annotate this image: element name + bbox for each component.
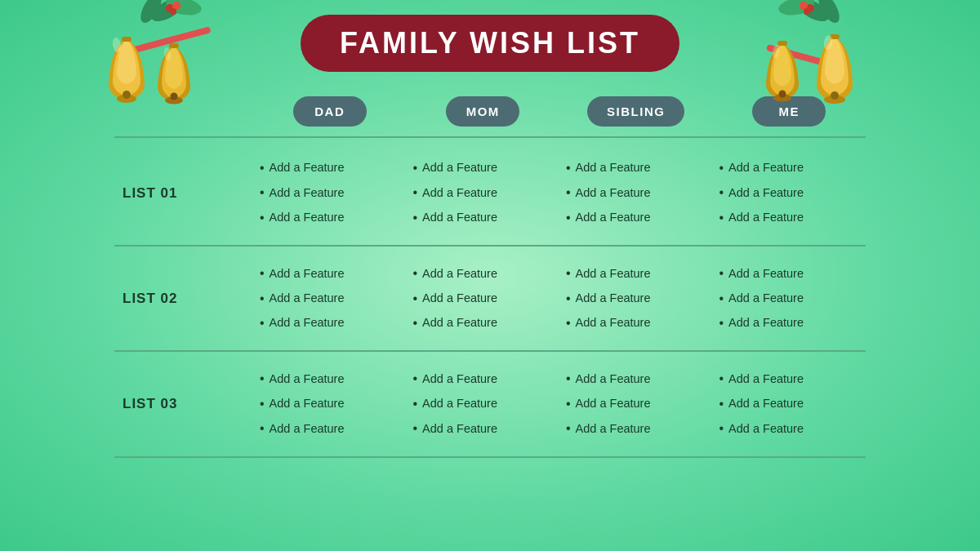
row-cell-3-dad: Add a Feature Add a Feature Add a Featur… xyxy=(253,367,407,441)
title-badge: FAMILY WISH LIST xyxy=(301,15,679,72)
list-item[interactable]: Add a Feature xyxy=(719,367,860,391)
list-item[interactable]: Add a Feature xyxy=(719,180,860,205)
list-item[interactable]: Add a Feature xyxy=(566,311,706,335)
list-item[interactable]: Add a Feature xyxy=(566,416,706,441)
row-label-2: LIST 02 xyxy=(114,291,253,307)
row-cell-3-me: Add a Feature Add a Feature Add a Featur… xyxy=(713,367,866,441)
page-container: FAMILY WISH LIST xyxy=(0,0,980,551)
svg-point-13 xyxy=(171,93,178,100)
svg-point-22 xyxy=(804,8,810,15)
list-item[interactable]: Add a Feature xyxy=(566,206,706,230)
col-header-pill-dad: DAD xyxy=(293,96,367,127)
list-item[interactable]: Add a Feature xyxy=(566,367,706,391)
list-item[interactable]: Add a Feature xyxy=(413,287,554,311)
feature-list: Add a Feature Add a Feature Add a Featur… xyxy=(719,367,860,441)
svg-point-26 xyxy=(779,91,786,98)
header-divider xyxy=(114,136,866,138)
svg-rect-24 xyxy=(777,41,787,46)
row-cell-2-mom: Add a Feature Add a Feature Add a Featur… xyxy=(407,261,560,335)
list-item[interactable]: Add a Feature xyxy=(566,287,706,311)
list-item[interactable]: Add a Feature xyxy=(260,367,400,391)
list-item[interactable]: Add a Feature xyxy=(413,416,554,441)
list-item[interactable]: Add a Feature xyxy=(566,392,706,416)
svg-point-29 xyxy=(831,91,839,100)
feature-list: Add a Feature Add a Feature Add a Featur… xyxy=(260,261,400,335)
col-header-mom: MOM xyxy=(407,96,560,127)
list-item[interactable]: Add a Feature xyxy=(719,311,860,335)
list-item[interactable]: Add a Feature xyxy=(260,287,400,311)
feature-list: Add a Feature Add a Feature Add a Featur… xyxy=(566,367,706,441)
feature-list: Add a Feature Add a Feature Add a Featur… xyxy=(566,261,706,335)
list-item[interactable]: Add a Feature xyxy=(260,416,400,441)
row-cell-1-dad: Add a Feature Add a Feature Add a Featur… xyxy=(253,156,407,230)
list-item[interactable]: Add a Feature xyxy=(260,311,400,335)
list-item[interactable]: Add a Feature xyxy=(719,392,860,416)
page-title: FAMILY WISH LIST xyxy=(340,26,640,60)
list-item[interactable]: Add a Feature xyxy=(719,261,860,286)
col-header-dad: DAD xyxy=(253,96,407,127)
row-cell-2-sibling: Add a Feature Add a Feature Add a Featur… xyxy=(559,261,713,335)
table-row: LIST 03 Add a Feature Add a Feature Add … xyxy=(114,352,866,457)
row-cell-2-me: Add a Feature Add a Feature Add a Featur… xyxy=(713,261,866,335)
table-row: LIST 02 Add a Feature Add a Feature Add … xyxy=(114,247,866,352)
list-item[interactable]: Add a Feature xyxy=(260,261,400,286)
row-cell-1-sibling: Add a Feature Add a Feature Add a Featur… xyxy=(559,156,713,230)
feature-list: Add a Feature Add a Feature Add a Featur… xyxy=(260,367,400,441)
list-item[interactable]: Add a Feature xyxy=(413,367,554,391)
list-item[interactable]: Add a Feature xyxy=(260,392,400,416)
list-item[interactable]: Add a Feature xyxy=(413,180,554,205)
list-item[interactable]: Add a Feature xyxy=(413,261,554,286)
list-item[interactable]: Add a Feature xyxy=(260,206,400,230)
list-item[interactable]: Add a Feature xyxy=(566,180,706,205)
feature-list: Add a Feature Add a Feature Add a Featur… xyxy=(566,156,706,230)
row-cell-3-sibling: Add a Feature Add a Feature Add a Featur… xyxy=(559,367,713,441)
col-header-sibling: SIBLING xyxy=(559,96,713,127)
svg-point-10 xyxy=(122,91,131,99)
feature-list: Add a Feature Add a Feature Add a Featur… xyxy=(413,261,554,335)
feature-list: Add a Feature Add a Feature Add a Featur… xyxy=(413,156,554,230)
list-item[interactable]: Add a Feature xyxy=(566,261,706,286)
list-item[interactable]: Add a Feature xyxy=(413,206,554,230)
row-label-3: LIST 03 xyxy=(114,396,253,412)
list-item[interactable]: Add a Feature xyxy=(566,156,706,180)
row-cell-1-mom: Add a Feature Add a Feature Add a Featur… xyxy=(407,156,560,230)
col-header-pill-mom: MOM xyxy=(446,96,519,127)
list-item[interactable]: Add a Feature xyxy=(413,156,554,180)
table-row: LIST 01 Add a Feature Add a Feature Add … xyxy=(114,141,866,247)
svg-rect-11 xyxy=(169,43,179,48)
row-label-1: LIST 01 xyxy=(114,185,253,202)
table-wrapper: DAD MOM SIBLING ME LIST 01 xyxy=(114,96,866,458)
list-item[interactable]: Add a Feature xyxy=(260,156,400,180)
list-item[interactable]: Add a Feature xyxy=(413,311,554,335)
svg-point-6 xyxy=(170,8,176,15)
row-cell-3-mom: Add a Feature Add a Feature Add a Featur… xyxy=(407,367,560,441)
row-cell-2-dad: Add a Feature Add a Feature Add a Featur… xyxy=(253,261,407,335)
feature-list: Add a Feature Add a Feature Add a Featur… xyxy=(413,367,554,441)
list-item[interactable]: Add a Feature xyxy=(719,206,860,230)
row-cell-1-me: Add a Feature Add a Feature Add a Featur… xyxy=(713,156,866,230)
feature-list: Add a Feature Add a Feature Add a Featur… xyxy=(719,156,860,230)
svg-rect-8 xyxy=(122,37,131,42)
feature-list: Add a Feature Add a Feature Add a Featur… xyxy=(719,261,860,335)
list-item[interactable]: Add a Feature xyxy=(413,392,554,416)
col-header-pill-sibling: SIBLING xyxy=(587,96,684,127)
header: FAMILY WISH LIST xyxy=(0,0,980,72)
list-item[interactable]: Add a Feature xyxy=(260,180,400,205)
bells-left xyxy=(82,0,237,122)
list-item[interactable]: Add a Feature xyxy=(719,156,860,180)
list-item[interactable]: Add a Feature xyxy=(719,416,860,441)
feature-list: Add a Feature Add a Feature Add a Featur… xyxy=(260,156,400,230)
bells-right xyxy=(743,0,898,122)
list-item[interactable]: Add a Feature xyxy=(719,287,860,311)
